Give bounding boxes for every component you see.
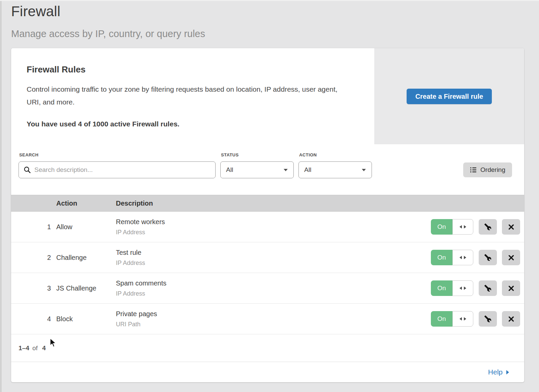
edit-rule-button[interactable]	[479, 311, 497, 327]
rule-enabled-toggle[interactable]: On	[431, 311, 473, 327]
ordering-button[interactable]: Ordering	[463, 162, 512, 177]
close-icon	[508, 316, 514, 322]
status-select[interactable]: All	[220, 161, 294, 178]
search-icon	[24, 166, 31, 174]
ordering-button-label: Ordering	[480, 166, 505, 174]
rule-match-type: IP Address	[116, 229, 431, 236]
pagination-total: 4	[42, 344, 46, 352]
rule-action: Allow	[56, 223, 116, 231]
firewall-rules-card: Firewall Rules Control incoming traffic …	[11, 48, 524, 382]
help-row: Help	[11, 362, 524, 382]
rule-description: Spam comments	[116, 279, 431, 287]
window-edge-top	[0, 0, 539, 1]
rule-description-cell: Remote workers IP Address	[116, 218, 431, 236]
create-firewall-rule-button[interactable]: Create a Firewall rule	[407, 89, 492, 104]
left-right-arrows-icon	[458, 255, 467, 260]
pagination-row: 1–4 of 4	[11, 334, 524, 362]
table-row: 1 Allow Remote workers IP Address On	[11, 212, 524, 242]
rule-enabled-toggle[interactable]: On	[431, 280, 473, 296]
chevron-right-icon	[506, 370, 509, 375]
delete-rule-button[interactable]	[502, 311, 520, 327]
wrench-icon	[484, 223, 492, 231]
toggle-knob[interactable]	[452, 311, 473, 327]
rules-heading: Firewall Rules	[27, 64, 354, 75]
wrench-icon	[484, 254, 492, 261]
rules-description: Control incoming traffic to your zone by…	[27, 83, 350, 109]
close-icon	[508, 255, 514, 261]
toggle-knob[interactable]	[452, 280, 473, 296]
rule-action: Block	[56, 315, 116, 323]
toggle-on-segment[interactable]: On	[431, 311, 452, 327]
wrench-icon	[484, 315, 492, 323]
close-icon	[508, 224, 514, 230]
page-subtitle: Manage access by IP, country, or query r…	[11, 28, 539, 39]
rule-description: Test rule	[116, 249, 431, 257]
rule-priority: 1	[11, 223, 56, 231]
page-title: Firewall	[11, 3, 539, 20]
window-edge-left	[0, 0, 2, 392]
rules-usage-note: You have used 4 of 1000 active Firewall …	[27, 120, 354, 128]
left-right-arrows-icon	[458, 316, 467, 321]
status-label: STATUS	[221, 152, 294, 157]
rule-match-type: IP Address	[116, 260, 431, 267]
help-link[interactable]: Help	[488, 368, 509, 376]
search-input-wrap	[19, 161, 216, 178]
rules-table-body: 1 Allow Remote workers IP Address On	[11, 212, 524, 334]
toggle-on-segment[interactable]: On	[431, 280, 452, 296]
delete-rule-button[interactable]	[502, 280, 520, 296]
page-header: Firewall Manage access by IP, country, o…	[0, 0, 539, 39]
status-filter-group: STATUS All	[220, 152, 294, 178]
edit-rule-button[interactable]	[479, 250, 497, 265]
pagination-summary: 1–4 of 4	[19, 344, 46, 352]
help-link-label: Help	[488, 368, 503, 376]
rule-priority: 4	[11, 315, 56, 323]
left-right-arrows-icon	[458, 224, 467, 229]
rule-priority: 2	[11, 254, 56, 262]
ordering-wrap: Ordering	[463, 152, 512, 177]
toggle-knob[interactable]	[452, 250, 473, 265]
rule-action: Challenge	[56, 254, 116, 262]
toggle-on-segment[interactable]: On	[431, 219, 452, 235]
search-input[interactable]	[19, 161, 216, 178]
status-select-value: All	[226, 166, 233, 174]
action-select[interactable]: All	[298, 161, 372, 178]
action-column-header: Action	[56, 200, 116, 207]
toggle-knob[interactable]	[452, 219, 473, 235]
rule-match-type: IP Address	[116, 290, 431, 297]
close-icon	[508, 285, 514, 291]
rules-info: Firewall Rules Control incoming traffic …	[11, 48, 374, 144]
pagination-range: 1–4	[19, 344, 29, 352]
rule-action: JS Challenge	[56, 284, 116, 292]
edit-rule-button[interactable]	[479, 219, 497, 235]
edit-rule-button[interactable]	[479, 280, 497, 296]
ordered-list-icon	[470, 167, 477, 173]
rule-enabled-toggle[interactable]: On	[431, 250, 473, 265]
rule-description-cell: Test rule IP Address	[116, 249, 431, 267]
wrench-icon	[484, 284, 492, 292]
rule-controls: On	[431, 250, 524, 265]
chevron-down-icon	[361, 169, 366, 172]
left-right-arrows-icon	[458, 286, 467, 291]
table-row: 4 Block Private pages URI Path On	[11, 304, 524, 334]
rule-enabled-toggle[interactable]: On	[431, 219, 473, 235]
rule-description: Private pages	[116, 310, 431, 318]
rule-priority: 3	[11, 284, 56, 292]
rule-description-cell: Private pages URI Path	[116, 310, 431, 328]
toggle-on-segment[interactable]: On	[431, 250, 452, 265]
search-label: SEARCH	[19, 152, 216, 157]
chevron-down-icon	[283, 169, 288, 172]
description-column-header: Description	[116, 200, 423, 207]
create-rule-panel: Create a Firewall rule	[374, 48, 524, 144]
filters-bar: SEARCH STATUS All ACTION All	[11, 144, 524, 195]
delete-rule-button[interactable]	[502, 250, 520, 265]
delete-rule-button[interactable]	[502, 219, 520, 235]
rule-controls: On	[431, 311, 524, 327]
action-label: ACTION	[299, 152, 372, 157]
action-select-value: All	[304, 166, 311, 174]
table-header: Action Description	[11, 195, 524, 212]
rule-match-type: URI Path	[116, 321, 431, 328]
rules-overview-section: Firewall Rules Control incoming traffic …	[11, 48, 524, 144]
search-filter-group: SEARCH	[19, 152, 216, 178]
rule-description-cell: Spam comments IP Address	[116, 279, 431, 297]
table-row: 2 Challenge Test rule IP Address On	[11, 242, 524, 273]
